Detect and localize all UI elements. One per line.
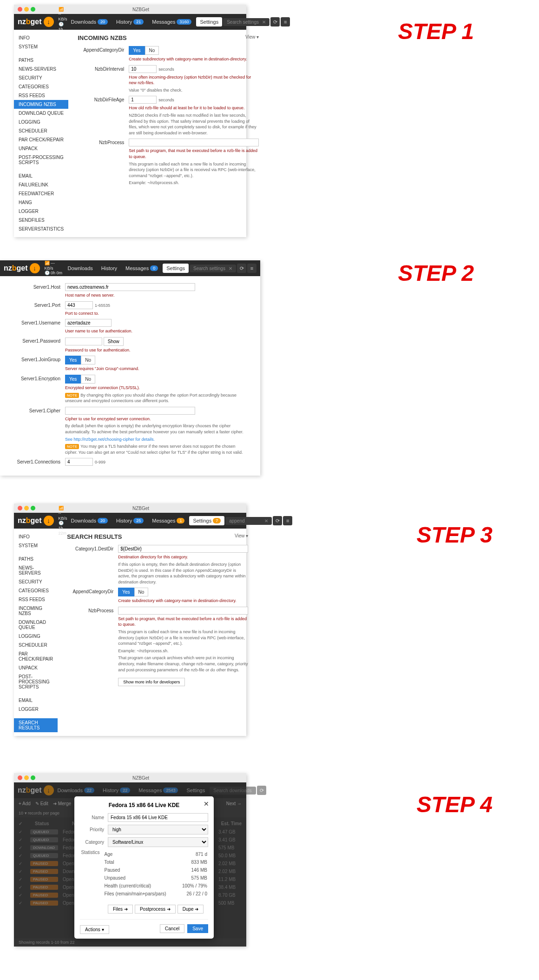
sb-logger[interactable]: LOGGER: [14, 207, 68, 216]
nav-history[interactable]: History 25: [112, 516, 147, 525]
menu-icon[interactable]: ≡: [281, 17, 290, 26]
appendcat-toggle[interactable]: YesNo: [129, 46, 159, 55]
sb-dlqueue[interactable]: DOWNLOAD QUEUE: [14, 618, 58, 632]
nzbdirint-input[interactable]: [129, 65, 157, 73]
sb-news[interactable]: NEWS-SERVERS: [14, 563, 58, 577]
sb-incoming[interactable]: INCOMING NZBS: [14, 604, 58, 618]
password-input[interactable]: [65, 338, 102, 345]
sb-categories[interactable]: CATEGORIES: [14, 82, 68, 91]
sb-parcheck[interactable]: PAR CHECK/REPAIR: [14, 135, 68, 144]
nav-settings[interactable]: Settings: [196, 17, 222, 26]
sb-security[interactable]: SECURITY: [14, 73, 68, 82]
sb-news[interactable]: NEWS-SERVERS: [14, 65, 68, 73]
nav-messages[interactable]: Messages 0: [122, 264, 162, 273]
sb-parcheck[interactable]: PAR CHECK/REPAIR: [14, 649, 58, 663]
sb-system[interactable]: SYSTEM: [14, 541, 58, 550]
logo[interactable]: nzbget↓: [18, 516, 54, 526]
logo[interactable]: nzbget ↓: [4, 263, 40, 273]
minimize-icon[interactable]: [24, 7, 29, 12]
close-icon[interactable]: [18, 7, 22, 12]
sb-logger[interactable]: LOGGER: [14, 705, 58, 714]
sb-postproc[interactable]: POST-PROCESSING SCRIPTS: [14, 153, 68, 167]
save-button[interactable]: Save: [187, 924, 208, 933]
nav-messages[interactable]: Messages 3160: [148, 17, 195, 26]
nav-history[interactable]: History: [98, 264, 121, 273]
nav-downloads[interactable]: Downloads: [64, 264, 96, 273]
menu-icon[interactable]: ≡: [283, 516, 292, 525]
sb-feedwatcher[interactable]: FEEDWATCHER: [14, 189, 68, 198]
minimize-icon[interactable]: [24, 506, 29, 510]
sb-scheduler[interactable]: SCHEDULER: [14, 126, 68, 135]
zoom-icon[interactable]: [31, 506, 35, 510]
nzbprocess-input[interactable]: [129, 139, 259, 146]
category-select[interactable]: Software/Linux: [108, 837, 208, 847]
zoom-icon[interactable]: [31, 775, 35, 780]
zoom-icon[interactable]: [31, 7, 35, 12]
sb-paths[interactable]: PATHS: [14, 56, 68, 65]
sb-dlqueue[interactable]: DOWNLOAD QUEUE: [14, 109, 68, 118]
minimize-icon[interactable]: [24, 775, 29, 780]
clear-icon[interactable]: ✕: [262, 20, 266, 25]
view-dropdown[interactable]: View ▾: [235, 533, 248, 540]
view-dropdown[interactable]: View ▾: [245, 34, 259, 41]
nav-settings[interactable]: Settings 7: [189, 516, 224, 525]
search-input[interactable]: Search settings✕: [223, 18, 270, 26]
files-button[interactable]: Files ➜: [108, 905, 133, 914]
sb-info[interactable]: INFO: [14, 532, 58, 541]
joingroup-toggle[interactable]: YesNo: [65, 356, 95, 364]
sb-sendfiles[interactable]: SENDFILES: [14, 216, 68, 225]
search-input[interactable]: Search settings✕: [190, 265, 236, 272]
cipher-input[interactable]: [65, 407, 195, 415]
nzbprocess-input[interactable]: [118, 607, 248, 615]
modal-close-button[interactable]: ✕: [204, 800, 209, 808]
refresh-icon[interactable]: ⟳: [237, 264, 246, 273]
menu-icon[interactable]: ≡: [247, 264, 256, 273]
sb-failurelink[interactable]: FAILURELINK: [14, 180, 68, 189]
refresh-icon[interactable]: ⟳: [270, 17, 280, 26]
nzbfileage-input[interactable]: [129, 96, 157, 104]
nav-messages[interactable]: Messages 1: [148, 516, 188, 525]
name-input[interactable]: [108, 813, 208, 822]
sb-info[interactable]: INFO: [14, 33, 68, 42]
appendcat-toggle[interactable]: YesNo: [118, 588, 148, 596]
sb-unpack[interactable]: UNPACK: [14, 144, 68, 153]
dupe-button[interactable]: Dupe ➜: [177, 905, 204, 914]
nav-settings[interactable]: Settings: [163, 264, 189, 273]
sb-incoming[interactable]: INCOMING NZBS: [14, 100, 68, 109]
sb-scheduler[interactable]: SCHEDULER: [14, 641, 58, 649]
sb-search[interactable]: SEARCH RESULTS: [14, 718, 58, 732]
sb-unpack[interactable]: UNPACK: [14, 663, 58, 672]
connections-input[interactable]: [65, 458, 93, 466]
sb-security[interactable]: SECURITY: [14, 577, 58, 586]
showmore-button[interactable]: Show more info for developers: [118, 678, 185, 686]
sb-rss[interactable]: RSS FEEDS: [14, 91, 68, 100]
sb-hang[interactable]: HANG: [14, 198, 68, 207]
priority-select[interactable]: high: [108, 825, 208, 834]
close-icon[interactable]: [18, 506, 22, 510]
show-button[interactable]: Show: [104, 337, 124, 346]
host-input[interactable]: [65, 283, 195, 291]
sb-logging[interactable]: LOGGING: [14, 118, 68, 126]
sb-paths[interactable]: PATHS: [14, 555, 58, 563]
sb-postproc[interactable]: POST-PROCESSING SCRIPTS: [14, 672, 58, 691]
username-input[interactable]: [65, 319, 112, 327]
refresh-icon[interactable]: ⟳: [273, 516, 282, 525]
sb-system[interactable]: SYSTEM: [14, 42, 68, 51]
sb-logging[interactable]: LOGGING: [14, 632, 58, 641]
sb-rss[interactable]: RSS FEEDS: [14, 595, 58, 604]
nav-downloads[interactable]: Downloads 20: [67, 516, 112, 525]
actions-button[interactable]: Actions ▾: [80, 925, 109, 934]
postprocess-button[interactable]: Postprocess ➜: [135, 905, 176, 914]
nav-downloads[interactable]: Downloads 20: [67, 17, 112, 26]
logo[interactable]: nzbget ↓: [18, 17, 54, 27]
nav-history[interactable]: History 21: [112, 17, 147, 26]
port-input[interactable]: [65, 301, 93, 309]
close-icon[interactable]: [18, 775, 22, 780]
sb-serverstats[interactable]: SERVERSTATISTICS: [14, 225, 68, 233]
sb-email[interactable]: EMAIL: [14, 696, 58, 705]
sb-email[interactable]: EMAIL: [14, 172, 68, 180]
search-input[interactable]: append✕: [225, 517, 272, 525]
destdir-input[interactable]: [118, 545, 248, 553]
encryption-toggle[interactable]: YesNo: [65, 375, 95, 384]
sb-categories[interactable]: CATEGORIES: [14, 586, 58, 595]
